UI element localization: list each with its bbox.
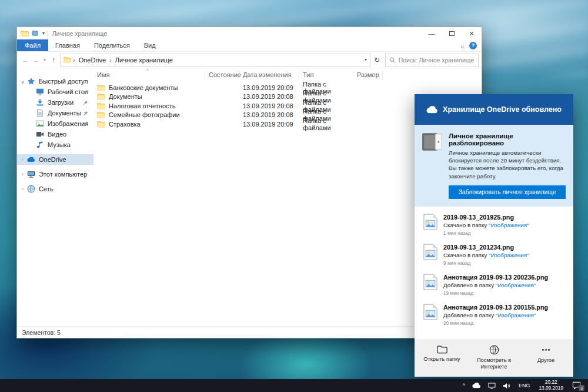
- onedrive-panel: Хранилище OneDrive обновлено Личное хран…: [415, 94, 573, 377]
- volume-tray-icon[interactable]: [499, 379, 514, 392]
- file-type: Папка с файлами: [299, 117, 353, 131]
- onedrive-cloud-icon: [27, 155, 35, 164]
- expand-chevron-icon[interactable]: ^: [20, 78, 25, 84]
- quick-access-toolbar-caret-icon[interactable]: ▾: [42, 31, 45, 36]
- ellipsis-icon: [541, 345, 551, 355]
- address-input[interactable]: › OneDrive › Личное хранилище ▾: [60, 54, 370, 67]
- folder-link[interactable]: "Изображения": [496, 282, 536, 288]
- more-button[interactable]: Другое: [522, 345, 571, 364]
- up-icon[interactable]: ↑: [48, 56, 59, 64]
- lock-vault-button[interactable]: Заблокировать личное хранилище: [449, 185, 566, 199]
- desktop-icon: [36, 88, 44, 96]
- collapse-chevron-icon[interactable]: ›: [20, 186, 25, 192]
- address-dropdown-icon[interactable]: ▾: [365, 57, 367, 62]
- language-indicator[interactable]: ENG: [514, 379, 535, 392]
- close-button[interactable]: ×: [462, 27, 482, 39]
- forward-icon[interactable]: →: [31, 56, 41, 64]
- tab-home[interactable]: Главная: [48, 39, 87, 51]
- sidebar-item-label: Изображения: [48, 120, 88, 127]
- pin-icon: [83, 89, 88, 96]
- titlebar[interactable]: ▾ | Личное хранилище — ×: [17, 27, 482, 39]
- tab-share[interactable]: Поделиться: [87, 39, 137, 51]
- ribbon-expand-icon[interactable]: ^: [461, 42, 464, 49]
- maximize-button[interactable]: [442, 27, 462, 39]
- collapse-chevron-icon[interactable]: ›: [20, 171, 25, 177]
- sidebar-item-label: Загрузки: [48, 99, 74, 106]
- folder-link[interactable]: "Изображения": [496, 312, 536, 318]
- notification-item[interactable]: 2019-09-13_201925.png Скачано в папку "И…: [415, 210, 573, 240]
- address-bar: ← → ▾ ↑ › OneDrive › Личное хранилище ▾ …: [17, 52, 482, 68]
- help-icon[interactable]: ?: [469, 42, 477, 49]
- file-modified: 13.09.2019 20:09: [239, 121, 299, 128]
- view-online-button[interactable]: Посмотреть в Интернете: [469, 345, 519, 370]
- vault-title: Личное хранилище разблокировано: [449, 132, 566, 147]
- open-folder-button[interactable]: Открыть папку: [417, 345, 467, 363]
- clock[interactable]: 20:22 13.09.2019: [534, 379, 567, 392]
- onedrive-cloud-icon: [426, 106, 438, 114]
- items-count: Элементов: 5: [22, 329, 61, 336]
- sidebar-item-music[interactable]: Музыка: [17, 139, 93, 150]
- panel-title: Хранилище OneDrive обновлено: [443, 105, 562, 114]
- sidebar-item-quick-access[interactable]: ^ Быстрый доступ: [17, 76, 93, 87]
- sidebar-item-videos[interactable]: Видео: [17, 129, 93, 139]
- column-header-type[interactable]: Тип: [299, 71, 353, 79]
- back-icon[interactable]: ←: [20, 56, 31, 64]
- sidebar-item-desktop[interactable]: Рабочий стол: [17, 87, 93, 97]
- file-explorer-window: ▾ | Личное хранилище — × Файл Главная По…: [16, 26, 482, 338]
- notification-item[interactable]: Аннотация 2019-09-13 200155.png Добавлен…: [415, 300, 573, 330]
- breadcrumb-personal-vault[interactable]: Личное хранилище: [113, 57, 175, 64]
- search-input[interactable]: [399, 57, 475, 64]
- action-center-button[interactable]: 3: [567, 379, 588, 392]
- taskbar: ^ ENG 20:22 13.09.2019 3: [0, 379, 588, 392]
- notification-action: Скачано в папку: [443, 252, 487, 258]
- tab-file[interactable]: Файл: [17, 39, 48, 51]
- sidebar-item-this-pc[interactable]: › Этот компьютер: [17, 169, 93, 180]
- music-icon: [36, 141, 44, 149]
- maximize-icon: [449, 31, 455, 36]
- column-header-status[interactable]: Состояние: [205, 71, 239, 79]
- folder-link[interactable]: "Изображения": [489, 222, 529, 228]
- file-row[interactable]: Банковские документы 13.09.2019 20:09 Па…: [93, 83, 482, 92]
- date: 13.09.2019: [539, 386, 563, 391]
- sidebar-item-onedrive[interactable]: › OneDrive: [17, 154, 93, 165]
- folder-icon: [97, 102, 105, 109]
- quick-access-toolbar-icon[interactable]: [32, 30, 38, 36]
- file-name: Документы: [109, 93, 142, 100]
- minimize-button[interactable]: —: [422, 27, 442, 39]
- network-tray-icon[interactable]: [485, 379, 499, 392]
- column-header-name[interactable]: Имя: [93, 71, 205, 79]
- notification-time: 19 мин назад: [443, 290, 548, 296]
- breadcrumb-onedrive[interactable]: OneDrive: [77, 57, 108, 64]
- sidebar-item-label: OneDrive: [39, 156, 66, 163]
- notification-filename: Аннотация 2019-09-13 200236.png: [443, 274, 548, 281]
- column-header-modified[interactable]: Дата изменения: [239, 71, 299, 79]
- onedrive-tray-icon[interactable]: [469, 379, 485, 392]
- notification-time: 9 мин назад: [443, 260, 529, 266]
- window-title: Личное хранилище: [52, 30, 108, 37]
- notification-item[interactable]: 2019-09-13_201234.png Скачано в папку "И…: [415, 240, 573, 270]
- sidebar-item-downloads[interactable]: Загрузки: [17, 97, 93, 108]
- ribbon-tabs: Файл Главная Поделиться Вид ^ ?: [17, 39, 482, 52]
- address-folder-icon: [64, 57, 71, 63]
- sidebar-item-pictures[interactable]: Изображения: [17, 118, 93, 129]
- sidebar-item-label: Рабочий стол: [48, 88, 88, 95]
- sidebar-item-network[interactable]: › Сеть: [17, 184, 93, 194]
- notification-action: Скачано в папку: [443, 222, 487, 228]
- sidebar-item-label: Этот компьютер: [39, 171, 87, 178]
- folder-outline-icon: [437, 345, 447, 354]
- onedrive-panel-header: Хранилище OneDrive обновлено: [415, 94, 573, 125]
- history-caret-icon[interactable]: ▾: [41, 57, 48, 62]
- image-file-icon: [423, 214, 437, 230]
- notification-action: Добавлено в папку: [443, 312, 494, 318]
- refresh-icon[interactable]: ↻: [370, 56, 383, 64]
- folder-link[interactable]: "Изображения": [489, 252, 529, 258]
- column-header-size[interactable]: Размер: [353, 71, 383, 79]
- sidebar-item-label: Видео: [48, 131, 66, 138]
- image-file-icon: [423, 304, 437, 320]
- sidebar-item-documents[interactable]: Документы: [17, 108, 93, 118]
- collapse-chevron-icon[interactable]: ›: [20, 157, 25, 162]
- notification-item[interactable]: Аннотация 2019-09-13 200236.png Добавлен…: [415, 270, 573, 300]
- file-name: Семейные фотографии: [109, 111, 180, 118]
- show-hidden-icons-chevron[interactable]: ^: [459, 379, 469, 392]
- tab-view[interactable]: Вид: [137, 39, 163, 51]
